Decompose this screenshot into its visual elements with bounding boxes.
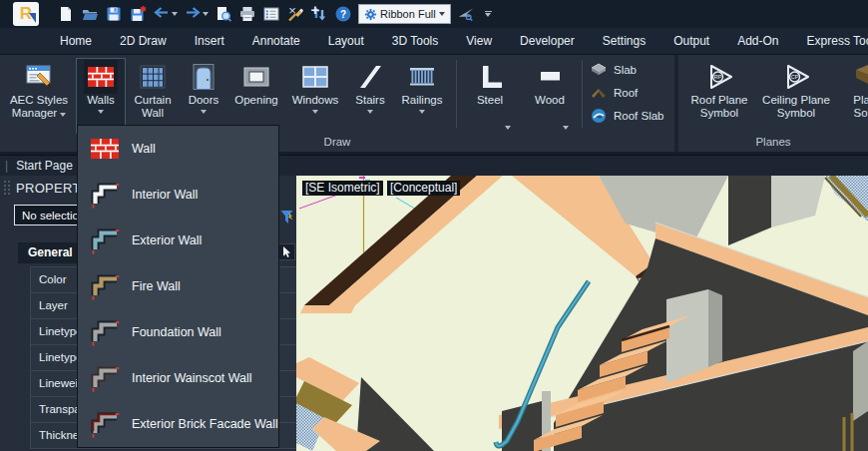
ribbon-separator xyxy=(456,60,457,128)
visual-style-label[interactable]: [Conceptual] xyxy=(387,181,460,196)
gear-icon xyxy=(364,8,377,21)
filter-funnel-icon[interactable] xyxy=(280,210,293,225)
help-icon[interactable]: ? xyxy=(334,5,352,23)
menu-item-exterior-brick-facade-wall[interactable]: Exterior Brick Facade Wall xyxy=(78,401,278,447)
roof-plane-symbol-button[interactable]: RP Roof Plane Symbol xyxy=(682,58,756,134)
stairs-button[interactable]: Stairs xyxy=(347,58,393,134)
tab-express-tools[interactable]: Express Tools xyxy=(793,28,868,54)
plane-solve-button[interactable]: Plane Solve xyxy=(838,58,868,134)
viewport[interactable]: [SE Isometric] [Conceptual] xyxy=(296,176,868,451)
foundation-wall-icon xyxy=(78,318,132,346)
interior-wall-icon xyxy=(78,181,132,209)
redo-dropdown-caret-icon[interactable] xyxy=(203,12,209,16)
opening-icon xyxy=(239,60,273,94)
tab-settings[interactable]: Settings xyxy=(589,28,659,54)
menu-item-exterior-wall[interactable]: Exterior Wall xyxy=(78,218,278,263)
roof-icon xyxy=(591,85,607,101)
menu-item-interior-wall[interactable]: Interior Wall xyxy=(78,172,278,218)
interior-wainscot-wall-icon xyxy=(78,364,132,392)
tab-output[interactable]: Output xyxy=(659,28,723,54)
tab-add-on[interactable]: Add-On xyxy=(723,28,792,54)
doors-caret-icon xyxy=(201,110,207,114)
aec-styles-manager-button[interactable]: AEC Styles Manager xyxy=(6,58,72,134)
steel-angle-icon xyxy=(473,60,507,94)
undo-dropdown-caret-icon[interactable] xyxy=(172,12,178,16)
ribbon-separator xyxy=(582,60,583,128)
viewport-3d-scene xyxy=(296,176,868,451)
tab-insert[interactable]: Insert xyxy=(181,28,238,54)
undo-icon[interactable] xyxy=(153,5,171,23)
walls-button[interactable]: Walls xyxy=(76,58,126,134)
windows-caret-icon xyxy=(312,110,318,114)
ceiling-plane-symbol-icon: CP xyxy=(779,60,813,94)
save-icon[interactable] xyxy=(105,5,123,23)
door-icon xyxy=(187,60,220,94)
roof-plane-symbol-icon: RP xyxy=(702,60,736,94)
ribbon-mode-label: Ribbon Full xyxy=(380,8,436,20)
tab-start-page[interactable]: Start Page xyxy=(16,159,73,173)
help-glyph: ? xyxy=(340,9,346,20)
print-preview-icon[interactable] xyxy=(215,5,232,23)
curtain-wall-icon xyxy=(136,60,170,94)
roof-button[interactable]: Roof xyxy=(591,82,672,104)
new-document-tab-icon[interactable]: + xyxy=(307,0,323,19)
railings-button[interactable]: Railings xyxy=(396,58,448,134)
slab-icon xyxy=(591,62,607,78)
aec-styles-caret-icon xyxy=(60,113,66,117)
tab-home[interactable]: Home xyxy=(46,28,106,54)
window-icon xyxy=(298,60,332,94)
menu-item-interior-wainscot-wall[interactable]: Interior Wainscot Wall xyxy=(78,355,278,401)
stairs-icon xyxy=(353,60,387,94)
svg-text:RP: RP xyxy=(714,74,722,80)
steel-button[interactable]: Steel xyxy=(461,58,519,134)
save-as-icon[interactable] xyxy=(129,5,147,23)
ribbon-mode-combo[interactable]: Ribbon Full xyxy=(358,4,451,24)
tab-2d-draw[interactable]: 2D Draw xyxy=(106,28,181,54)
toolbar-overflow-icon[interactable] xyxy=(485,11,492,18)
exterior-wall-icon xyxy=(78,226,132,254)
new-file-icon[interactable] xyxy=(57,5,75,23)
walls-brick-icon xyxy=(84,60,118,94)
fire-wall-icon xyxy=(78,272,132,300)
wood-button[interactable]: Wood xyxy=(523,58,577,134)
titlebar: R xyxy=(0,0,868,28)
opening-button[interactable]: Opening xyxy=(229,58,283,134)
walls-caret-icon xyxy=(98,110,104,114)
curtain-wall-button[interactable]: Curtain Wall xyxy=(128,58,178,134)
roof-slab-button[interactable]: Roof Slab xyxy=(591,105,672,127)
tab-view[interactable]: View xyxy=(452,28,506,54)
windows-button[interactable]: Windows xyxy=(287,58,343,134)
menu-item-wall[interactable]: Wall xyxy=(78,126,278,172)
tab-3d-tools[interactable]: 3D Tools xyxy=(378,28,452,54)
wood-caret-icon xyxy=(563,126,569,130)
cad-tool-icon[interactable] xyxy=(457,5,475,23)
styles-manager-icon xyxy=(22,60,56,94)
planes-group-label: Planes xyxy=(678,136,868,148)
menu-item-fire-wall[interactable]: Fire Wall xyxy=(78,263,278,309)
tab-annotate[interactable]: Annotate xyxy=(238,28,314,54)
select-cursor-icon[interactable] xyxy=(278,243,295,260)
ribbon-mode-caret-icon xyxy=(439,12,445,16)
quick-access-toolbar: ? Ribbon Full xyxy=(57,5,492,23)
tab-developer[interactable]: Developer xyxy=(506,28,589,54)
panel-grip[interactable] xyxy=(3,180,12,197)
ceiling-plane-symbol-button[interactable]: CP Ceiling Plane Symbol xyxy=(756,58,836,134)
svg-text:CP: CP xyxy=(791,74,799,80)
tab-layout[interactable]: Layout xyxy=(314,28,378,54)
exterior-brick-facade-wall-icon xyxy=(78,410,132,438)
view-direction-label[interactable]: [SE Isometric] xyxy=(302,181,383,196)
redo-icon[interactable] xyxy=(184,5,202,23)
open-file-icon[interactable] xyxy=(81,5,99,23)
wall-brick-icon xyxy=(78,136,132,162)
walls-dropdown-menu: Wall Interior Wall Exterior Wall Fire Wa… xyxy=(77,125,279,448)
app-logo[interactable]: R xyxy=(13,2,39,26)
stairs-caret-icon xyxy=(367,110,373,114)
menu-item-foundation-wall[interactable]: Foundation Wall xyxy=(78,309,278,355)
application-window: R xyxy=(0,0,868,451)
ribbon-tab-bar: Home 2D Draw Insert Annotate Layout 3D T… xyxy=(0,28,868,55)
options-dialog-icon[interactable] xyxy=(262,5,280,23)
slab-button[interactable]: Slab xyxy=(591,59,672,81)
close-document-icon[interactable]: × xyxy=(284,1,300,19)
print-icon[interactable] xyxy=(238,5,256,23)
doors-button[interactable]: Doors xyxy=(180,58,227,134)
